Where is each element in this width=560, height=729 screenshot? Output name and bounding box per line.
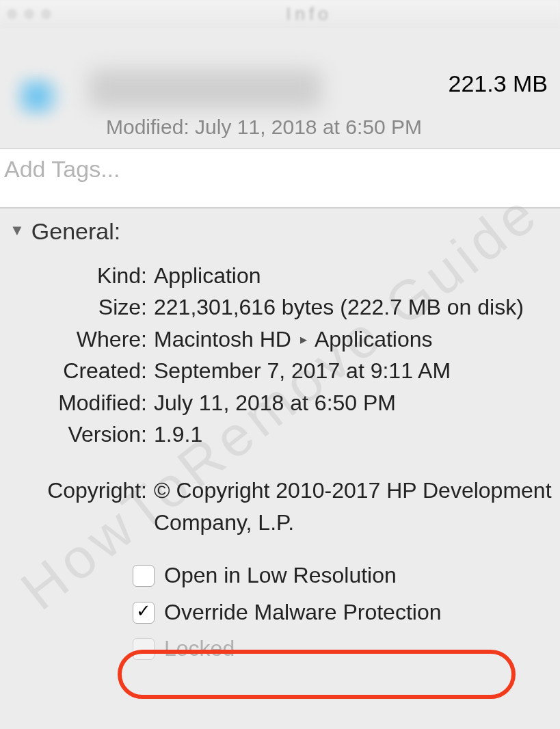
- kind-value: Application: [151, 260, 553, 291]
- file-header: 221.3 MB Modified: July 11, 2018 at 6:50…: [0, 28, 560, 144]
- minimize-icon[interactable]: [24, 9, 34, 19]
- spacer: [7, 450, 553, 475]
- file-icon: [15, 76, 70, 117]
- checkbox-locked[interactable]: [133, 638, 155, 660]
- kind-label: Kind:: [7, 260, 151, 291]
- row-version: Version: 1.9.1: [7, 419, 553, 450]
- version-value: 1.9.1: [151, 419, 553, 450]
- header-modified-value: July 11, 2018 at 6:50 PM: [195, 116, 422, 138]
- zoom-icon[interactable]: [41, 9, 51, 19]
- checkbox-low-res[interactable]: [133, 565, 155, 587]
- version-label: Version:: [7, 419, 151, 450]
- window-title: Info: [65, 3, 553, 25]
- row-created: Created: September 7, 2017 at 9:11 AM: [7, 355, 553, 386]
- checkbox-low-res-label: Open in Low Resolution: [164, 561, 397, 590]
- tags-container: [0, 148, 560, 208]
- created-value: September 7, 2017 at 9:11 AM: [151, 355, 553, 386]
- checkbox-row-override-malware[interactable]: Override Malware Protection: [130, 594, 553, 631]
- tags-input[interactable]: [3, 155, 557, 202]
- where-part-1: Macintosh HD: [154, 327, 291, 352]
- general-disclosure-row[interactable]: ▼ General:: [7, 218, 553, 245]
- copyright-label: Copyright:: [7, 475, 151, 506]
- traffic-lights: [7, 9, 51, 19]
- general-heading: General:: [31, 218, 120, 245]
- where-part-2: Applications: [315, 327, 433, 352]
- size-label: Size:: [7, 291, 151, 323]
- checkbox-override-malware[interactable]: [133, 602, 155, 624]
- file-name-redacted: [89, 69, 321, 109]
- modified-label: Modified:: [7, 387, 151, 419]
- header-modified-label: Modified:: [106, 116, 189, 138]
- row-where: Where: Macintosh HD ▸ Applications: [7, 323, 553, 355]
- where-label: Where:: [7, 323, 151, 355]
- where-value: Macintosh HD ▸ Applications: [151, 323, 553, 355]
- path-separator-icon: ▸: [300, 330, 307, 349]
- row-modified: Modified: July 11, 2018 at 6:50 PM: [7, 387, 553, 419]
- checkbox-locked-label: Locked: [164, 635, 235, 663]
- header-modified: Modified: July 11, 2018 at 6:50 PM: [106, 116, 422, 139]
- row-size: Size: 221,301,616 bytes (222.7 MB on dis…: [7, 291, 553, 323]
- window-titlebar: Info: [0, 0, 560, 28]
- file-size: 221.3 MB: [448, 70, 548, 97]
- modified-value: July 11, 2018 at 6:50 PM: [151, 387, 553, 419]
- row-kind: Kind: Application: [7, 260, 553, 291]
- general-section: ▼ General: Kind: Application Size: 221,3…: [0, 209, 560, 667]
- size-value: 221,301,616 bytes (222.7 MB on disk): [151, 291, 553, 323]
- row-copyright: Copyright: © Copyright 2010-2017 HP Deve…: [7, 475, 553, 538]
- copyright-value: © Copyright 2010-2017 HP Development Com…: [151, 475, 553, 538]
- close-icon[interactable]: [7, 9, 17, 19]
- created-label: Created:: [7, 355, 151, 386]
- disclosure-triangle-icon: ▼: [10, 222, 25, 239]
- checkbox-override-malware-label: Override Malware Protection: [164, 598, 441, 627]
- checkbox-row-locked[interactable]: Locked: [130, 631, 553, 667]
- checkbox-row-low-res[interactable]: Open in Low Resolution: [130, 557, 553, 594]
